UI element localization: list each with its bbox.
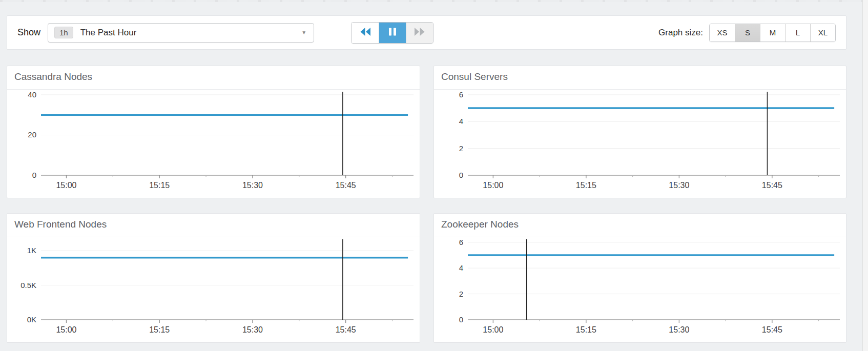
svg-text:2: 2 — [459, 290, 463, 298]
graph-size-label: Graph size: — [658, 28, 703, 38]
svg-text:15:30: 15:30 — [242, 181, 263, 190]
graph-size-button-l[interactable]: L — [785, 24, 810, 42]
graph-size-button-xs[interactable]: XS — [710, 24, 735, 42]
top-edge-decoration — [0, 0, 868, 2]
playback-controls — [351, 22, 433, 44]
timeframe-badge: 1h — [54, 27, 73, 38]
svg-text:15:45: 15:45 — [336, 181, 356, 190]
svg-text:2: 2 — [459, 144, 463, 153]
chart-plot[interactable]: 024615:0015:1515:3015:45 — [434, 90, 846, 198]
chart-panel-cassandra-nodes: Cassandra Nodes 0204015:0015:1515:3015:4… — [7, 66, 420, 198]
chart-plot[interactable]: 024615:0015:1515:3015:45 — [434, 237, 846, 342]
toolbar-right: Graph size: XSSMLXL — [658, 24, 836, 42]
svg-text:15:15: 15:15 — [149, 181, 170, 190]
svg-text:15:45: 15:45 — [762, 181, 782, 190]
graph-size-button-m[interactable]: M — [760, 24, 785, 42]
chart-plot[interactable]: 0K0.5K1K15:0015:1515:3015:45 — [7, 237, 420, 342]
svg-text:0.5K: 0.5K — [20, 281, 36, 290]
svg-text:15:30: 15:30 — [242, 325, 263, 334]
svg-text:0: 0 — [32, 171, 36, 179]
chart-panel-consul-servers: Consul Servers 024615:0015:1515:3015:45 — [433, 66, 846, 198]
svg-text:6: 6 — [459, 90, 463, 99]
scrollbar[interactable] — [862, 0, 868, 351]
toolbar-left: Show 1h The Past Hour ▼ — [17, 22, 433, 44]
chart-title: Cassandra Nodes — [7, 66, 420, 90]
svg-text:4: 4 — [459, 263, 463, 272]
svg-text:15:45: 15:45 — [336, 325, 356, 334]
chart-plot[interactable]: 0204015:0015:1515:3015:45 — [7, 90, 420, 198]
svg-text:15:45: 15:45 — [762, 325, 782, 334]
graph-size-button-s[interactable]: S — [735, 24, 760, 42]
chart-title: Zookeeper Nodes — [434, 214, 846, 237]
graph-size-group: XSSMLXL — [709, 24, 836, 42]
svg-text:0: 0 — [459, 171, 463, 179]
svg-text:15:00: 15:00 — [56, 181, 76, 190]
svg-text:15:00: 15:00 — [483, 325, 503, 334]
svg-text:15:15: 15:15 — [149, 325, 170, 334]
svg-text:15:00: 15:00 — [483, 181, 503, 190]
svg-text:15:30: 15:30 — [669, 325, 689, 334]
chart-title: Web Frontend Nodes — [7, 214, 420, 237]
chart-grid: Cassandra Nodes 0204015:0015:1515:3015:4… — [7, 66, 846, 343]
svg-text:15:30: 15:30 — [669, 181, 689, 190]
show-label: Show — [17, 27, 40, 38]
svg-text:0: 0 — [459, 315, 463, 324]
svg-text:15:15: 15:15 — [576, 325, 596, 334]
chevron-down-icon: ▼ — [301, 30, 306, 35]
toolbar: Show 1h The Past Hour ▼ — [7, 15, 846, 50]
graph-size-button-xl[interactable]: XL — [810, 24, 835, 42]
svg-text:1K: 1K — [27, 246, 36, 255]
pause-icon — [387, 27, 398, 38]
timeframe-select[interactable]: 1h The Past Hour ▼ — [48, 23, 314, 43]
rewind-icon — [359, 27, 371, 38]
chart-panel-zookeeper-nodes: Zookeeper Nodes 024615:0015:1515:3015:45 — [433, 213, 846, 343]
svg-text:20: 20 — [28, 130, 36, 139]
rewind-button[interactable] — [352, 23, 379, 43]
pause-button[interactable] — [379, 23, 406, 43]
chart-title: Consul Servers — [434, 66, 846, 90]
svg-text:0K: 0K — [27, 315, 36, 324]
svg-text:4: 4 — [459, 117, 463, 126]
svg-text:40: 40 — [28, 90, 36, 99]
svg-text:15:00: 15:00 — [56, 325, 76, 334]
timeframe-value: The Past Hour — [80, 28, 137, 38]
chart-panel-web-frontend-nodes: Web Frontend Nodes 0K0.5K1K15:0015:1515:… — [7, 213, 420, 343]
svg-text:15:15: 15:15 — [576, 181, 596, 190]
svg-text:6: 6 — [459, 238, 463, 246]
fast-forward-icon — [414, 27, 426, 38]
forward-button[interactable] — [406, 23, 433, 43]
